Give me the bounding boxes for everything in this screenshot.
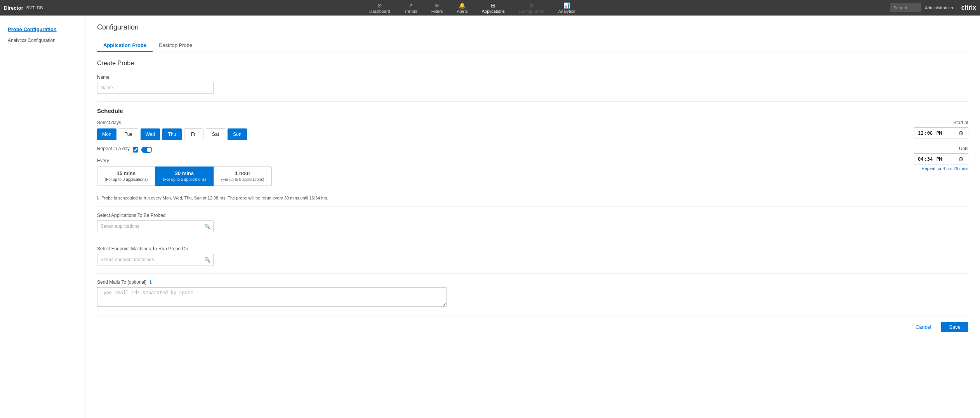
nav-items: ⊙ Dashboard ↗ Trends ⚙ Filters 🔔 Alerts … <box>55 1 890 15</box>
day-sat[interactable]: Sat <box>206 128 225 140</box>
topnav-right: Administrator ▾ citrix <box>890 3 976 12</box>
nav-trends-label: Trends <box>404 9 417 14</box>
interval-30mins[interactable]: 30 mins (For up to 5 applications) <box>155 167 214 186</box>
schedule-repeat-left: Repeat in a day Every 15 mins (For up to… <box>97 146 852 190</box>
alerts-icon: 🔔 <box>459 2 466 9</box>
start-at-label: Start at <box>852 120 968 125</box>
nav-alerts-label: Alerts <box>457 9 468 14</box>
name-group: Name <box>97 75 968 94</box>
nav-applications[interactable]: ⊞ Applications <box>479 1 508 15</box>
send-mails-label: Send Mails To [optional] ℹ <box>97 279 968 285</box>
nav-filters-label: Filters <box>431 9 443 14</box>
day-tue[interactable]: Tue <box>119 128 138 140</box>
until-time-input[interactable] <box>914 153 968 165</box>
interval-1hour-main: 1 hour <box>235 170 250 177</box>
email-group: Send Mails To [optional] ℹ <box>97 279 968 308</box>
schedule-label: Schedule <box>97 108 968 114</box>
tabs: Application Probe Desktop Probe <box>97 39 968 52</box>
select-endpoints-wrap: 🔍 <box>97 254 214 265</box>
interval-15mins-sub: (For up to 3 applications) <box>105 177 148 182</box>
repeat-row: Repeat in a day <box>97 146 852 153</box>
select-endpoints-label: Select Endpoint Machines To Run Probe On <box>97 246 968 251</box>
select-endpoints-input[interactable] <box>97 254 214 265</box>
admin-label[interactable]: Administrator ▾ <box>925 5 954 10</box>
save-button[interactable]: Save <box>941 322 968 332</box>
interval-1hour[interactable]: 1 hour (For up to 8 applications) <box>214 167 272 186</box>
email-input[interactable] <box>97 287 447 307</box>
divider-2 <box>97 206 968 207</box>
nav-analytics-label: Analytics <box>558 9 575 14</box>
start-time-input[interactable] <box>914 127 968 139</box>
sidebar: Probe Configuration Analytics Configurat… <box>0 16 85 418</box>
endpoints-search-icon: 🔍 <box>204 257 210 263</box>
configuration-icon: ⚙ <box>529 2 534 9</box>
dashboard-icon: ⊙ <box>377 2 382 9</box>
interval-15mins-main: 15 mins <box>117 170 136 177</box>
day-fri[interactable]: Fri <box>184 128 203 140</box>
applications-group: Select Applications To Be Probed 🔍 <box>97 213 968 232</box>
day-mon[interactable]: Mon <box>97 128 116 140</box>
nav-dashboard[interactable]: ⊙ Dashboard <box>366 1 393 15</box>
applications-icon: ⊞ <box>491 2 495 9</box>
analytics-icon: 📊 <box>563 2 570 9</box>
day-sun[interactable]: Sun <box>228 128 247 140</box>
endpoints-group: Select Endpoint Machines To Run Probe On… <box>97 246 968 265</box>
day-wed[interactable]: Wed <box>141 128 160 140</box>
divider-4 <box>97 273 968 274</box>
filters-icon: ⚙ <box>434 2 440 9</box>
tab-desktop-probe[interactable]: Desktop Probe <box>153 39 198 52</box>
nav-configuration[interactable]: ⚙ Configuration <box>516 1 547 15</box>
send-mails-info-icon: ℹ <box>150 279 152 285</box>
interval-1hour-sub: (For up to 8 applications) <box>221 177 264 182</box>
interval-15mins[interactable]: 15 mins (For up to 3 applications) <box>97 167 155 186</box>
trends-icon: ↗ <box>408 2 413 9</box>
main-content: Configuration Application Probe Desktop … <box>85 16 980 418</box>
bottom-actions: Cancel Save <box>97 316 968 338</box>
nav-analytics[interactable]: 📊 Analytics <box>555 1 579 15</box>
schedule-days-row: Select days Mon Tue Wed Thu Fri Sat Sun … <box>97 120 968 140</box>
cancel-button[interactable]: Cancel <box>909 322 937 332</box>
info-icon: ℹ <box>97 196 99 200</box>
interval-options: 15 mins (For up to 3 applications) 30 mi… <box>97 167 852 186</box>
name-input[interactable] <box>97 82 214 94</box>
sidebar-item-probe-configuration[interactable]: Probe Configuration <box>0 23 85 35</box>
create-probe-form: Create Probe Name Schedule Select days M… <box>97 60 968 338</box>
day-thu[interactable]: Thu <box>162 128 182 140</box>
divider-3 <box>97 240 968 240</box>
form-section-title: Create Probe <box>97 60 968 67</box>
schedule-until: Until Repeat for 4 hrs 26 mins <box>852 146 968 190</box>
schedule-start-at: Start at <box>852 120 968 140</box>
name-label: Name <box>97 75 968 80</box>
repeat-for-text: Repeat for 4 hrs 26 mins <box>852 166 968 171</box>
every-label: Every <box>97 158 852 163</box>
repeat-checkbox[interactable] <box>133 147 138 153</box>
day-buttons: Mon Tue Wed Thu Fri Sat Sun <box>97 128 852 140</box>
interval-30mins-sub: (For up to 5 applications) <box>163 177 206 182</box>
interval-30mins-main: 30 mins <box>175 170 194 177</box>
citrix-logo: citrix <box>961 4 976 11</box>
sidebar-item-analytics-configuration[interactable]: Analytics Configuration <box>0 35 85 45</box>
until-label: Until <box>852 146 968 151</box>
probe-info-message: ℹ Probe is scheduled to run every Mon, W… <box>97 196 968 201</box>
nav-filters[interactable]: ⚙ Filters <box>428 1 446 15</box>
nav-trends[interactable]: ↗ Trends <box>401 1 420 15</box>
select-applications-wrap: 🔍 <box>97 220 214 232</box>
schedule-repeat-row: Repeat in a day Every 15 mins (For up to… <box>97 146 968 190</box>
nav-dashboard-label: Dashboard <box>369 9 390 14</box>
repeat-in-day-label: Repeat in a day <box>97 146 130 151</box>
repeat-toggle[interactable] <box>141 147 152 153</box>
select-applications-label: Select Applications To Be Probed <box>97 213 968 218</box>
tab-application-probe[interactable]: Application Probe <box>97 39 153 52</box>
nav-applications-label: Applications <box>482 9 505 14</box>
applications-search-icon: 🔍 <box>204 224 210 229</box>
nav-configuration-label: Configuration <box>519 9 544 14</box>
db-label: BVT_DB <box>26 5 43 10</box>
select-applications-input[interactable] <box>97 220 214 232</box>
brand-label: Director <box>4 5 23 11</box>
topnav: Director BVT_DB ⊙ Dashboard ↗ Trends ⚙ F… <box>0 0 980 16</box>
search-input[interactable] <box>890 3 921 12</box>
select-days-label: Select days <box>97 120 852 125</box>
page-container: Probe Configuration Analytics Configurat… <box>0 16 980 418</box>
nav-alerts[interactable]: 🔔 Alerts <box>454 1 471 15</box>
schedule-days-left: Select days Mon Tue Wed Thu Fri Sat Sun <box>97 120 852 140</box>
